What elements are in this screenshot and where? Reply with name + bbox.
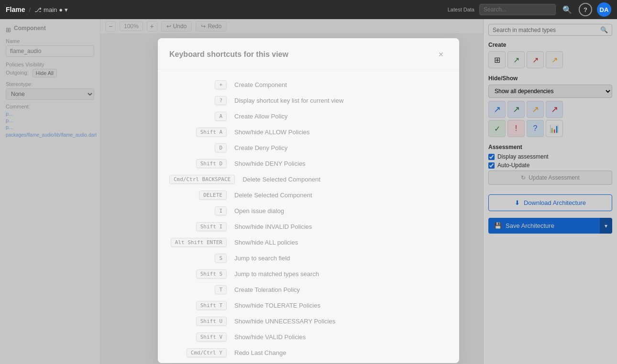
shortcut-row: TCreate Toleration Policy <box>169 282 448 298</box>
topbar: Flame / ⎇ main ● ▾ Latest Data 🔍 ? DA <box>0 0 617 19</box>
modal-close-button[interactable]: × <box>434 48 448 61</box>
modal-header: Keyboard shortcuts for this view × <box>158 38 459 69</box>
branch-name: main <box>44 6 57 13</box>
topbar-right: Latest Data 🔍 ? DA <box>448 2 611 17</box>
shortcut-key: Shift U <box>169 317 227 326</box>
shortcut-key: A <box>169 112 227 121</box>
shortcut-key: D <box>169 143 227 152</box>
key-badge: + <box>215 80 227 89</box>
key-badge: I <box>215 206 227 215</box>
branch-dropdown-icon: ▾ <box>65 6 68 13</box>
shortcut-row: ACreate Allow Policy <box>169 108 448 124</box>
key-badge: Shift D <box>196 159 227 168</box>
shortcut-description: Redo Last Change <box>234 349 448 356</box>
shortcut-description: Show/hide ALLOW Policies <box>234 128 448 136</box>
key-badge: Shift V <box>196 332 227 342</box>
shortcut-row: Shift IShow/hide INVALID Policies <box>169 219 448 235</box>
shortcut-key: I <box>169 206 227 215</box>
shortcut-row: Shift TShow/hide TOLERATE Policies <box>169 298 448 313</box>
shortcut-key: Shift A <box>169 128 227 137</box>
branch-icon: ⎇ <box>34 6 42 13</box>
avatar[interactable]: DA <box>597 2 611 17</box>
shortcut-row: DELETEDelete Selected Component <box>169 187 448 203</box>
shortcut-key: T <box>169 285 227 294</box>
modal-overlay: Keyboard shortcuts for this view × +Crea… <box>0 19 617 364</box>
key-badge: Shift S <box>196 269 227 278</box>
shortcut-key: Shift V <box>169 332 227 342</box>
key-badge: DELETE <box>199 191 227 200</box>
shortcut-row: Shift VShow/hide VALID Policies <box>169 329 448 345</box>
shortcut-description: Show/hide INVALID Policies <box>234 223 448 230</box>
main-layout: ⊞ Component Name Policies Visibility Out… <box>0 19 617 364</box>
shortcut-row: Cmd/Ctrl ZUndo Last Change <box>169 361 448 363</box>
shortcut-key: Shift D <box>169 159 227 168</box>
key-badge: Shift T <box>196 301 227 310</box>
global-search-input[interactable] <box>479 4 556 15</box>
shortcut-key: Shift T <box>169 301 227 310</box>
center-area: − 100% + ↩ Undo ↪ Redo Keyboard shortcut… <box>100 19 483 364</box>
shortcut-key: Shift S <box>169 269 227 278</box>
key-badge: Shift U <box>196 317 227 326</box>
shortcut-row: DCreate Deny Policy <box>169 140 448 156</box>
shortcut-description: Create Component <box>234 81 448 88</box>
key-badge: Alt Shift ENTER <box>171 238 227 247</box>
shortcut-description: Show/hide ALL policies <box>234 239 448 246</box>
shortcut-row: Shift DShow/hide DENY Policies <box>169 156 448 171</box>
shortcut-key: Cmd/Ctrl Y <box>169 348 227 357</box>
shortcut-row: Alt Shift ENTERShow/hide ALL policies <box>169 235 448 250</box>
topbar-separator: / <box>29 6 31 13</box>
modal-title: Keyboard shortcuts for this view <box>169 50 288 59</box>
shortcuts-modal: Keyboard shortcuts for this view × +Crea… <box>158 38 459 363</box>
shortcut-row: IOpen issue dialog <box>169 203 448 219</box>
shortcut-description: Show/hide TOLERATE Policies <box>234 302 448 309</box>
latest-data-label: Latest Data <box>448 7 474 12</box>
shortcut-row: Shift AShow/hide ALLOW Policies <box>169 124 448 140</box>
branch-selector[interactable]: ⎇ main ● ▾ <box>34 6 68 13</box>
key-badge: Shift I <box>196 222 227 231</box>
shortcut-row: Shift SJump to matched types search <box>169 266 448 282</box>
shortcut-description: Delete Selected Component <box>242 176 448 183</box>
key-badge: Cmd/Ctrl Y <box>187 348 227 357</box>
shortcut-description: Show/hide DENY Policies <box>234 160 448 167</box>
shortcut-description: Create Toleration Policy <box>234 286 448 293</box>
key-badge: Shift A <box>196 128 227 137</box>
branch-indicator: ● <box>59 6 63 13</box>
shortcut-row: Cmd/Ctrl BACKSPACEDelete Selected Compon… <box>169 171 448 187</box>
shortcut-description: Show/hide UNNECESSARY Policies <box>234 318 448 325</box>
shortcut-description: Display shortcut key list for current vi… <box>234 97 448 104</box>
shortcut-description: Create Allow Policy <box>234 113 448 120</box>
help-icon-btn[interactable]: ? <box>579 3 592 16</box>
shortcut-key: Cmd/Ctrl BACKSPACE <box>169 175 235 184</box>
shortcut-key: Alt Shift ENTER <box>169 238 227 247</box>
search-icon-btn[interactable]: 🔍 <box>561 3 574 16</box>
shortcut-description: Jump to search field <box>234 255 448 262</box>
shortcut-description: Delete Selected Component <box>234 192 448 199</box>
shortcut-description: Create Deny Policy <box>234 144 448 151</box>
shortcut-key: + <box>169 80 227 89</box>
shortcut-key: DELETE <box>169 191 227 200</box>
shortcut-row: SJump to search field <box>169 250 448 266</box>
shortcut-row: Cmd/Ctrl YRedo Last Change <box>169 345 448 361</box>
shortcut-row: Shift UShow/hide UNNECESSARY Policies <box>169 313 448 329</box>
key-badge: A <box>215 112 227 121</box>
brand-name[interactable]: Flame <box>6 6 25 13</box>
key-badge: D <box>215 143 227 152</box>
shortcut-description: Jump to matched types search <box>234 270 448 278</box>
key-badge: T <box>215 285 227 294</box>
key-badge: Cmd/Ctrl BACKSPACE <box>169 175 235 184</box>
shortcut-key: S <box>169 254 227 263</box>
shortcut-description: Show/hide VALID Policies <box>234 333 448 341</box>
shortcut-row: ?Display shortcut key list for current v… <box>169 93 448 108</box>
shortcut-description: Open issue dialog <box>234 207 448 214</box>
key-badge: S <box>215 254 227 263</box>
modal-body: +Create Component?Display shortcut key l… <box>158 69 459 363</box>
key-badge: ? <box>215 96 227 105</box>
shortcut-row: +Create Component <box>169 77 448 93</box>
shortcut-key: Shift I <box>169 222 227 231</box>
shortcut-key: ? <box>169 96 227 105</box>
